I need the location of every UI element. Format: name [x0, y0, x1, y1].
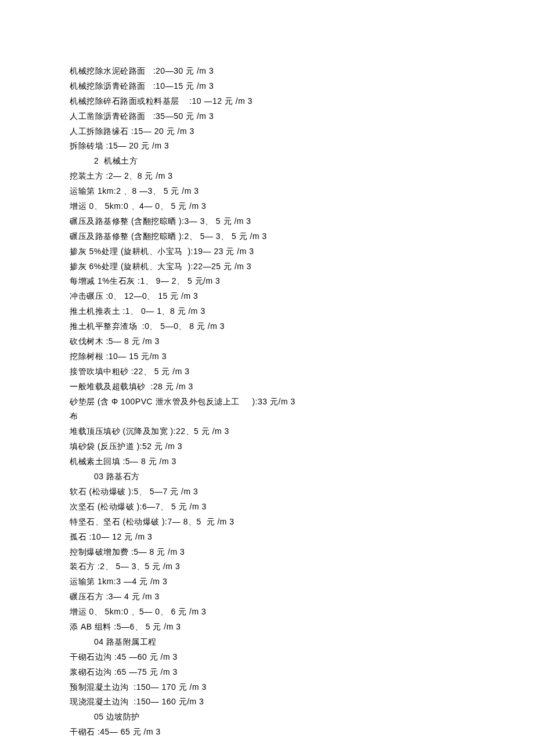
text-line: 05 边坡防护 [70, 710, 464, 725]
text-line: 添 AB 组料 :5—6、 5 元 /m 3 [70, 620, 464, 635]
text-line: 人工拆除路缘石 :15— 20 元 /m 3 [70, 124, 464, 139]
text-line: 挖除树根 :10— 15 元/m 3 [70, 349, 464, 364]
text-line: 堆载顶压填砂 (沉降及加宽 ):22、5 元 /m 3 [70, 424, 464, 439]
text-line: 控制爆破增加费 :5— 8 元 /m 3 [70, 545, 464, 560]
text-line: 机械挖除碎石路面或粒料基层 :10 —12 元 /m 3 [70, 94, 464, 109]
text-line: 03 路基石方 [70, 469, 464, 484]
text-line: 碾压石方 :3— 4 元 /m 3 [70, 589, 464, 605]
text-line: 一般堆载及超载填砂 :28 元 /m 3 [70, 379, 464, 395]
text-line: 04 路基附属工程 [70, 635, 464, 650]
text-line: 运输第 1km:2 、8 —3、 5 元 /m 3 [70, 184, 464, 199]
text-line: 软石 (松动爆破 ):5、 5—7 元 /m 3 [70, 484, 464, 500]
text-line: 挖装土方 :2— 2、8 元 /m 3 [70, 169, 464, 184]
text-line: 特坚石、坚石 (松动爆破 ):7— 8、5 元 /m 3 [70, 515, 464, 530]
text-line: 增运 0、 5km:0 、5— 0、 6 元 /m 3 [70, 605, 464, 620]
text-line: 冲击碾压 :0、 12—0、 15 元 /m 3 [70, 289, 464, 304]
text-line: 机械挖除水泥砼路面 :20—30 元 /m 3 [70, 64, 464, 79]
text-line: 推土机平整弃渣场 :0、 5—0、 8 元 /m 3 [70, 319, 464, 334]
text-line: 人工凿除沥青砼路面 :35—50 元 /m 3 [70, 109, 464, 124]
text-line: 砍伐树木 :5— 8 元 /m 3 [70, 334, 464, 349]
text-line: 孤石 :10— 12 元 /m 3 [70, 530, 464, 545]
text-line: 掺灰 5%处理 (旋耕机、小宝马 ):19— 23 元 /m 3 [70, 244, 464, 259]
text-line: 填砂袋 (反压护道 ):52 元 /m 3 [70, 439, 464, 454]
text-line: 接管吹填中粗砂 :22、 5 元 /m 3 [70, 364, 464, 379]
text-line: 浆砌石边沟 :65 —75 元 /m 3 [70, 665, 464, 680]
text-line: 机械素土回填 :5— 8 元 /m 3 [70, 454, 464, 469]
text-line: 拆除砖墙 :15— 20 元 /m 3 [70, 139, 464, 154]
text-line: 2 机械土方 [70, 154, 464, 169]
text-line: 运输第 1km:3 —4 元 /m 3 [70, 574, 464, 589]
text-line: 碾压及路基修整 (含翻挖晾晒 ):3— 3、 5 元 /m 3 [70, 214, 464, 229]
text-line: 推土机推表土 :1、 0— 1、8 元 /m 3 [70, 304, 464, 319]
text-line: 碾压及路基修整 (含翻挖晾晒 ):2、 5— 3、 5 元 /m 3 [70, 229, 464, 244]
text-line: 装石方 :2、 5— 3、5 元 /m 3 [70, 559, 464, 574]
text-line: 预制混凝土边沟 :150— 170 元 /m 3 [70, 680, 464, 695]
text-line: 机械挖除沥青砼路面 :10—15 元 /m 3 [70, 79, 464, 94]
text-line: 现浇混凝土边沟 :150— 160 元/m 3 [70, 694, 464, 710]
text-line: 砂垫层 (含 Φ 100PVC 泄水管及外包反滤上工 ):33 元/m 3 布 [70, 395, 464, 425]
text-line: 掺灰 6%处理 (旋耕机、大宝马 ):22—25 元 /m 3 [70, 259, 464, 274]
text-line: 增运 0、 5km:0 、4— 0、 5 元 /m 3 [70, 199, 464, 214]
text-line: 次坚石 (松动爆破 ):6—7、 5 元 /m 3 [70, 500, 464, 515]
text-line: 每增减 1%生石灰 :1、 9— 2、 5 元/m 3 [70, 274, 464, 289]
text-line: 干砌石 :45— 65 元 /m 3 [70, 725, 464, 740]
text-line: 干砌石边沟 :45 —60 元 /m 3 [70, 650, 464, 665]
